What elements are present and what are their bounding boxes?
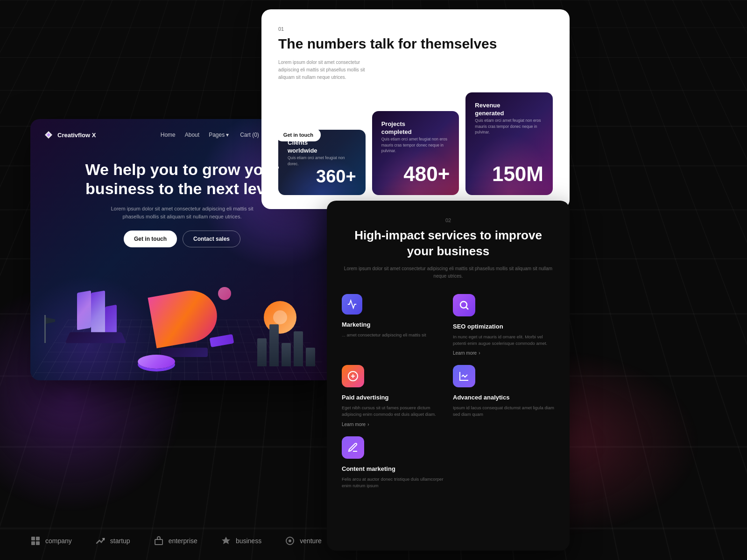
svg-rect-4 [31,541,35,545]
business-icon [221,536,231,546]
service-content: Content marketing Felis arcu at auctor d… [342,436,444,490]
brand-company: company [30,536,72,546]
nav-about[interactable]: About [185,132,199,138]
flag-object [44,315,46,343]
enterprise-icon [154,536,164,546]
megaphone-base [161,348,208,357]
stat-projects-desc: Quis etiam orci amet feugiat non eros ma… [381,136,450,154]
service-analytics: Advanced analytics Ipsum id lacus conseq… [453,365,555,427]
numbers-description: Lorem ipsum dolor sit amet consectetur a… [278,59,372,81]
flag-pole [44,315,46,343]
svg-rect-6 [155,539,162,545]
get-in-touch-button[interactable]: Get in touch [124,231,177,247]
brand-venture: venture [285,536,322,546]
hero-objects [30,240,334,380]
sphere-inner [273,310,287,324]
hero-buttons: Get in touch Contact sales [58,231,306,247]
nav-pages[interactable]: Pages ▾ [209,132,229,138]
stat-projects-number: 480+ [381,162,450,186]
svg-point-0 [460,301,467,308]
numbers-eyebrow: 01 [278,26,553,32]
hero-content: We help you to grow your business to the… [30,151,334,247]
service-ads-learn-more[interactable]: Learn more › [342,422,444,427]
hero-title: We help you to grow your business to the… [58,160,306,198]
svg-rect-2 [31,537,35,540]
services-title: High-impact services to improve your bus… [342,228,555,259]
contact-sales-button[interactable]: Contact sales [183,231,240,247]
megaphone-object [152,273,236,357]
coin-object [138,355,175,369]
nav-links: Home About Pages ▾ Cart (0) Get in touch [161,128,321,141]
service-content-title: Content marketing [342,465,444,472]
brand-enterprise-name: enterprise [169,537,197,545]
service-content-icon [342,436,364,459]
services-card: 02 High-impact services to improve your … [327,201,570,551]
brand-company-name: company [45,537,72,545]
service-marketing: Marketing ... amet consectetur adipiscin… [342,294,444,356]
service-analytics-title: Advanced analytics [453,394,555,401]
startup-icon [95,536,106,546]
service-seo-title: SEO optimization [453,323,555,330]
nav-cart[interactable]: Cart (0) [240,132,259,138]
stat-projects-label: Projectscompleted [381,120,450,136]
service-ads-icon [342,365,364,387]
venture-icon [285,536,295,546]
svg-rect-3 [36,537,40,540]
bar-1 [257,338,267,366]
stat-revenue-desc: Quis etiam orci amet feugiat non eros ma… [475,118,543,135]
service-ads-desc: Eget nibh cursus sit ut fames posuere di… [342,405,444,418]
service-marketing-icon [342,294,362,315]
nav-cta-button[interactable]: Get in touch [276,128,321,141]
brand-business: business [221,536,261,546]
megaphone-handle [210,334,234,347]
megaphone-dot [218,287,231,300]
hero-subtitle: Lorem ipsum dolor sit amet consectetur a… [107,205,257,221]
service-paid-ads: Paid advertising Eget nibh cursus sit ut… [342,365,444,427]
service-seo-desc: In nunc eget ut mauris id ornare elit. M… [453,334,555,347]
bar-2 [269,324,279,366]
stat-projects: Projectscompleted Quis etiam orci amet f… [372,111,459,195]
crystal-3 [105,305,117,335]
stat-revenue: Revenuegenerated Quis etiam orci amet fe… [465,92,553,195]
service-analytics-icon [453,365,475,387]
bar-3 [282,343,291,366]
service-content-desc: Felis arcu at auctor donec tristique dui… [342,476,444,490]
bar-4 [294,331,303,366]
service-ads-title: Paid advertising [342,394,444,401]
brand-startup-name: startup [110,537,130,545]
brand-business-name: business [236,537,261,545]
brand-enterprise: enterprise [154,536,197,546]
service-analytics-desc: Ipsum id lacus consequat dictumst amet l… [453,405,555,418]
stat-revenue-label: Revenuegenerated [475,102,543,118]
numbers-title: The numbers talk for themselves [278,35,553,52]
hero-logo: Creativflow X [43,130,161,140]
service-seo-icon [453,294,475,316]
svg-rect-5 [36,541,40,545]
stat-revenue-number: 150M [475,162,543,186]
crystal-objects [68,273,124,343]
hero-nav: Creativflow X Home About Pages ▾ Cart (0… [30,119,334,151]
service-seo: SEO optimization In nunc eget ut mauris … [453,294,555,356]
flag-banner [46,317,55,324]
logo-icon [43,130,54,140]
service-marketing-desc: ... amet consectetur adipiscing eli matt… [342,332,444,338]
service-marketing-title: Marketing [342,321,444,328]
crystal-1 [77,290,91,330]
hero-card: Creativflow X Home About Pages ▾ Cart (0… [30,119,334,380]
nav-home[interactable]: Home [161,132,176,138]
bar-5 [306,348,315,366]
services-grid: Marketing ... amet consectetur adipiscin… [342,294,555,490]
services-eyebrow: 02 [342,217,555,223]
brand-startup: startup [95,536,130,546]
service-seo-learn-more[interactable]: Learn more › [453,350,555,356]
company-icon [30,536,41,546]
brand-venture-name: venture [300,537,322,545]
logo-text: Creativflow X [57,132,96,139]
bars-object [257,324,315,366]
crystal-base [65,332,126,343]
services-description: Lorem ipsum dolor sit amet consectetur a… [342,265,555,280]
svg-point-8 [289,539,291,542]
brand-bar: company startup enterprise business vent… [30,536,322,546]
